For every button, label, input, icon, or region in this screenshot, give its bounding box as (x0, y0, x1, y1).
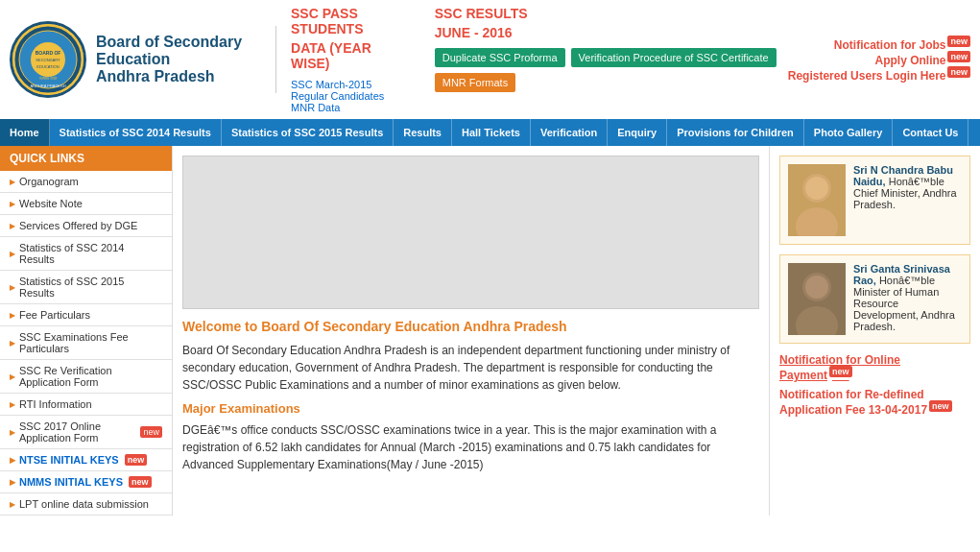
sidebar-fee[interactable]: Fee Particulars (0, 304, 172, 325)
main-banner-image (182, 156, 759, 309)
welcome-title: Welcome to Board Of Secondary Education … (182, 319, 759, 334)
list-item: RTI Information (0, 394, 172, 416)
ssc-pass-section: SSC PASS STUDENTS DATA (YEAR WISE) SSC M… (291, 6, 406, 113)
svg-text:BOARD OF: BOARD OF (36, 50, 61, 56)
march2015-link[interactable]: SSC March-2015 (291, 79, 406, 90)
sidebar-lpt[interactable]: LPT online data submission (0, 493, 172, 515)
nav-home[interactable]: Home (0, 119, 50, 146)
list-item: NTSE INITIAL KEYS new (0, 449, 172, 471)
svg-point-11 (805, 177, 828, 200)
notifications-panel: Notification for Jobsnew Apply Onlinenew… (778, 36, 970, 83)
major-examinations-title: Major Examinations (182, 401, 759, 416)
body-content: QUICK LINKS Organogram Website Note Serv… (0, 146, 980, 516)
sidebar-ssc2014[interactable]: Statistics of SSC 2014 Results (0, 237, 172, 270)
notif-fee-link[interactable]: Notification for Re-defined Application … (779, 388, 970, 417)
ssc-results-section: SSC RESULTS JUNE - 2016 Duplicate SSC Pr… (435, 6, 778, 92)
org-name: Board of Secondary Education Andhra Prad… (96, 34, 242, 85)
notif-registered-link[interactable]: Registered Users Login Here (788, 69, 946, 83)
list-item: Website Note (0, 193, 172, 215)
sidebar-ssc-fee[interactable]: SSC Examinations Fee Particulars (0, 326, 172, 359)
person2-photo (788, 263, 846, 335)
list-item: Services Offered by DGE (0, 215, 172, 237)
sidebar-services[interactable]: Services Offered by DGE (0, 215, 172, 236)
nav-ssc2014[interactable]: Statistics of SSC 2014 Results (50, 119, 222, 146)
sidebar-nmms[interactable]: NMMS INITIAL KEYS new (0, 471, 172, 492)
sidebar-rti[interactable]: RTI Information (0, 394, 172, 415)
list-item: NMMS INITIAL KEYS new (0, 471, 172, 493)
sidebar-ssc2015[interactable]: Statistics of SSC 2015 Results (0, 271, 172, 303)
svg-text:EDUCATION: EDUCATION (36, 64, 59, 69)
list-item: Fee Particulars (0, 304, 172, 326)
nav-photogallery[interactable]: Photo Gallery (804, 119, 894, 146)
person1-photo (788, 164, 846, 236)
list-item: SSC Examinations Fee Particulars (0, 326, 172, 360)
nav-results[interactable]: Results (394, 119, 452, 146)
sidebar-ssc2017[interactable]: SSC 2017 Online Application Form new (0, 416, 172, 448)
person2-info: Sri Ganta Srinivasa Rao, Honâ€™ble Minis… (853, 263, 962, 335)
sidebar-reverification[interactable]: SSC Re Verification Application Form (0, 360, 172, 393)
duplicate-proforma-button[interactable]: Duplicate SSC Proforma (435, 48, 565, 67)
list-item: Organogram (0, 171, 172, 193)
major-paragraph: DGEâ€™s office conducts SSC/OSSC examina… (182, 421, 759, 473)
nav-contactus[interactable]: Contact Us (893, 119, 968, 146)
sidebar-title: QUICK LINKS (0, 146, 172, 171)
person-card-2: Sri Ganta Srinivasa Rao, Honâ€™ble Minis… (779, 254, 970, 344)
sidebar-ntse[interactable]: NTSE INITIAL KEYS new (0, 449, 172, 470)
sidebar-organogram[interactable]: Organogram (0, 171, 172, 192)
nav-provisions[interactable]: Provisions for Children (667, 119, 804, 146)
notif-apply-link[interactable]: Apply Online (874, 54, 945, 67)
intro-paragraph: Board Of Secondary Education Andhra Prad… (182, 342, 759, 394)
list-item: SSC 2017 Online Application Form new (0, 416, 172, 449)
nav-ssc2015[interactable]: Statistics of SSC 2015 Results (222, 119, 394, 146)
svg-text:ANDHRA PRADESH: ANDHRA PRADESH (30, 84, 65, 88)
sidebar-list: Organogram Website Note Services Offered… (0, 171, 172, 516)
mnr-data-link[interactable]: MNR Data (291, 102, 406, 113)
right-panel: Sri N Chandra Babu Naidu, Honâ€™ble Chie… (769, 146, 980, 516)
list-item: Statistics of SSC 2015 Results (0, 271, 172, 304)
logo: BOARD OF SECONDARY EDUCATION ANDHRA PRAD… (10, 21, 86, 98)
svg-point-15 (805, 276, 828, 299)
verification-procedure-button[interactable]: Verification Procedure of SSC Certificat… (571, 48, 777, 67)
main-navbar: Home Statistics of SSC 2014 Results Stat… (0, 119, 980, 146)
nav-verification[interactable]: Verification (531, 119, 608, 146)
person1-info: Sri N Chandra Babu Naidu, Honâ€™ble Chie… (853, 164, 962, 236)
svg-text:सत्यमेव जयते: सत्यमेव जयते (38, 76, 58, 81)
person-card-1: Sri N Chandra Babu Naidu, Honâ€™ble Chie… (779, 156, 970, 245)
notif-payment-link[interactable]: Notification for Online Paymentnew (779, 353, 970, 382)
nav-halltickets[interactable]: Hall Tickets (452, 119, 531, 146)
list-item: Statistics of SSC 2014 Results (0, 237, 172, 271)
regular-candidates-link[interactable]: Regular Candidates (291, 90, 406, 102)
nav-enquiry[interactable]: Enquiry (608, 119, 667, 146)
header: BOARD OF SECONDARY EDUCATION ANDHRA PRAD… (0, 0, 980, 119)
main-content: Welcome to Board Of Secondary Education … (173, 146, 769, 516)
sidebar: QUICK LINKS Organogram Website Note Serv… (0, 146, 173, 516)
list-item: SSC Re Verification Application Form (0, 360, 172, 394)
list-item: LPT online data submission (0, 493, 172, 516)
svg-text:SECONDARY: SECONDARY (36, 58, 60, 62)
mnr-formats-button[interactable]: MNR Formats (435, 73, 515, 92)
notif-jobs-link[interactable]: Notification for Jobs (834, 38, 946, 52)
sidebar-website-note[interactable]: Website Note (0, 193, 172, 214)
